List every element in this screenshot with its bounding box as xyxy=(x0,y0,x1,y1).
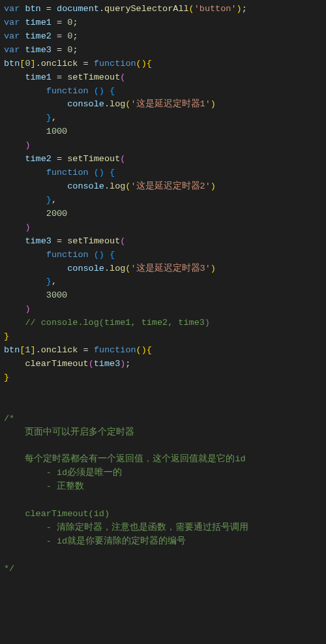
block-comment-close: */ xyxy=(4,564,14,574)
code-editor[interactable]: var btn = document.querySelectorAll('but… xyxy=(0,0,326,579)
str-button: 'button' xyxy=(194,4,237,14)
block-comment-line: 页面中可以开启多个定时器 xyxy=(4,427,134,437)
fn-qsa: querySelectorAll xyxy=(104,4,189,14)
obj-document: document xyxy=(57,4,99,14)
var-btn: btn xyxy=(25,4,40,14)
keyword-var: var xyxy=(4,4,20,14)
commented-log: // console.log(time1, time2, time3) xyxy=(25,318,210,328)
block-comment-open: /* xyxy=(4,414,14,423)
